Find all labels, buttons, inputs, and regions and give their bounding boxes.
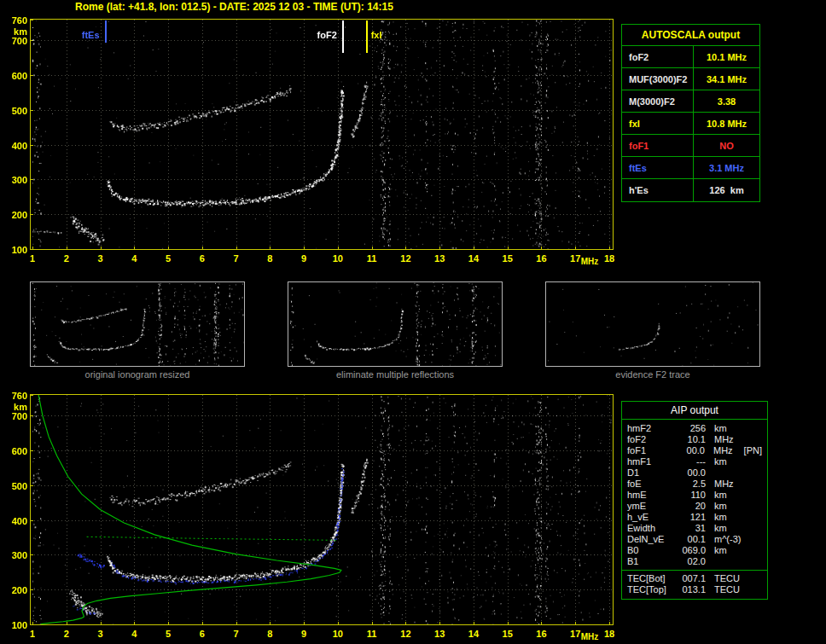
autoscala-value: 34.1 MHz <box>694 68 759 90</box>
marker-label-fxI: fxI <box>371 30 382 40</box>
aip-value: 00.0 <box>677 467 706 479</box>
autoscala-row: foF1NO <box>622 135 759 157</box>
main-x-tick-label: 11 <box>367 253 377 264</box>
aip-unit: km <box>706 512 745 523</box>
thumbnail-f2-evidence-canvas <box>546 282 759 366</box>
aip-value: 10.1 <box>677 434 706 445</box>
aip-row: foE2.5MHz <box>622 479 767 490</box>
main-y-tick-label: 300 <box>0 175 27 185</box>
aip-unit: MHz <box>706 479 745 490</box>
aip-note <box>745 545 762 556</box>
autoscala-param: ftEs <box>622 157 694 178</box>
aip-unit: km <box>706 523 745 534</box>
aip-param: B1 <box>627 556 677 567</box>
autoscala-table-title: AUTOSCALA output <box>622 25 759 46</box>
profile-x-tick-label: 3 <box>97 629 102 639</box>
profile-x-tick-label: 1 <box>30 629 35 639</box>
main-x-tick-label: 17 <box>570 253 580 264</box>
autoscala-value: 126 km <box>694 179 759 201</box>
aip-note <box>745 456 762 467</box>
profile-ionogram-plot <box>30 394 614 625</box>
thumbnail-caption-original: original ionogram resized <box>30 369 245 380</box>
main-x-tick-label: 14 <box>468 253 479 264</box>
autoscala-row: foF210.1 MHz <box>622 46 759 68</box>
profile-y-tick-label: 100 <box>0 620 27 630</box>
aip-value: 31 <box>677 523 706 534</box>
aip-row: hmF1---km <box>622 456 767 467</box>
autoscala-table-rows: foF210.1 MHzMUF(3000)F234.1 MHzM(3000)F2… <box>622 46 759 201</box>
profile-x-tick-label: 11 <box>367 629 377 639</box>
profile-ionogram-canvas <box>31 395 613 624</box>
aip-value: 2.5 <box>677 479 706 490</box>
aip-param: B0 <box>627 545 677 556</box>
aip-value: 256 <box>677 423 706 434</box>
aip-table-tec-section: TEC[Bot]007.1TECUTEC[Top]013.1TECU <box>622 570 767 595</box>
main-y-tick-label: 200 <box>0 210 27 220</box>
autoscala-value: 3.38 <box>694 90 759 112</box>
aip-value: 20 <box>677 501 706 512</box>
autoscala-table: AUTOSCALA output foF210.1 MHzMUF(3000)F2… <box>621 24 760 202</box>
aip-param: foF2 <box>627 434 677 445</box>
aip-table: AIP output hmF2256kmfoF210.1MHzfoF100.0M… <box>621 401 768 600</box>
autoscala-window: Rome (lat: +41.8, lon: 012.5) - DATE: 20… <box>0 0 826 644</box>
autoscala-value: NO <box>694 135 759 156</box>
autoscala-row: MUF(3000)F234.1 MHz <box>622 68 759 90</box>
aip-unit: km <box>706 456 745 467</box>
profile-y-tick-label: 760 <box>0 391 27 401</box>
aip-unit: km <box>706 490 745 501</box>
main-x-tick-label: 6 <box>200 253 205 264</box>
aip-value: 121 <box>677 512 706 523</box>
profile-x-tick-label: 15 <box>503 629 513 639</box>
profile-x-tick-label: 13 <box>434 629 445 639</box>
main-x-axis-unit: MHz <box>581 257 599 266</box>
aip-param: foE <box>627 479 677 490</box>
main-x-tick-label: 1 <box>30 253 35 264</box>
aip-unit: m^(-3) <box>706 534 745 545</box>
profile-x-tick-label: 6 <box>200 629 205 639</box>
main-x-tick-label: 18 <box>604 253 614 264</box>
main-y-tick-label: 100 <box>0 245 27 255</box>
aip-param: hmF2 <box>627 423 677 434</box>
aip-value: 069.0 <box>677 545 706 556</box>
aip-row: B102.0 <box>622 556 767 567</box>
main-x-tick-label: 9 <box>301 253 306 264</box>
aip-param: hmF1 <box>627 456 677 467</box>
profile-y-tick-label: 400 <box>0 516 27 526</box>
aip-value: 013.1 <box>677 584 706 595</box>
aip-row: DelN_vE00.1m^(-3) <box>622 534 767 545</box>
aip-table-rows: hmF2256kmfoF210.1MHzfoF100.0MHz[PN]hmF1-… <box>622 423 767 567</box>
thumbnail-filtered-ionogram <box>288 281 503 367</box>
profile-x-tick-label: 18 <box>604 629 614 639</box>
page-title: Rome (lat: +41.8, lon: 012.5) - DATE: 20… <box>75 1 393 13</box>
aip-param: Ewidth <box>627 523 677 534</box>
aip-param: foF1 <box>627 445 676 456</box>
profile-y-tick-label: 700 <box>0 411 27 421</box>
main-y-tick-label: 700 <box>0 36 27 46</box>
autoscala-param: M(3000)F2 <box>622 90 694 112</box>
main-ionogram-canvas <box>31 20 613 249</box>
profile-x-axis-unit: MHz <box>581 632 599 641</box>
autoscala-param: h'Es <box>622 179 694 201</box>
autoscala-value: 10.1 MHz <box>694 46 759 67</box>
aip-note <box>745 501 762 512</box>
marker-line-ftEs <box>105 20 107 43</box>
thumbnail-caption-f2-evidence: evidence F2 trace <box>545 369 760 380</box>
aip-unit: km <box>706 423 745 434</box>
aip-value: --- <box>677 456 706 467</box>
profile-x-tick-label: 10 <box>333 629 343 639</box>
aip-unit: km <box>706 545 745 556</box>
aip-param: h_vE <box>627 512 677 523</box>
main-x-tick-label: 12 <box>400 253 410 264</box>
main-y-tick-label: 600 <box>0 71 27 81</box>
aip-note <box>745 523 762 534</box>
main-x-tick-label: 13 <box>434 253 445 264</box>
aip-row: ymE20km <box>622 501 767 512</box>
aip-param: TEC[Top] <box>627 584 677 595</box>
aip-value: 00.0 <box>676 445 705 456</box>
aip-row: hmE110km <box>622 490 767 501</box>
aip-row: Ewidth31km <box>622 523 767 534</box>
main-x-tick-label: 5 <box>166 253 171 264</box>
aip-value: 007.1 <box>677 573 706 584</box>
profile-x-tick-label: 4 <box>131 629 137 639</box>
marker-label-ftEs: ftEs <box>64 30 100 40</box>
